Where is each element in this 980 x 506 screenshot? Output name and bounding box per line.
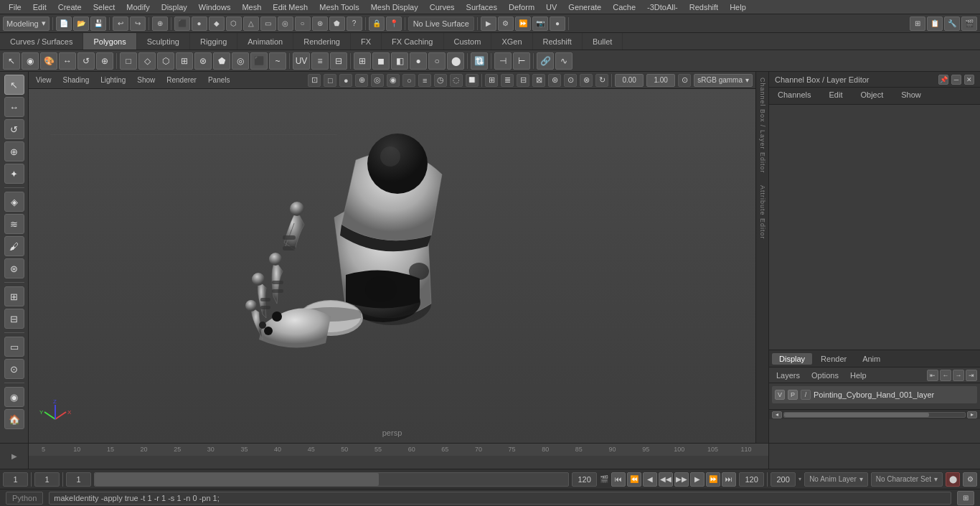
layer-visibility-btn[interactable]: V — [775, 390, 785, 400]
layer-render-tab[interactable]: Render — [814, 353, 854, 365]
layer-arrow-first[interactable]: ⇤ — [927, 370, 938, 381]
panel-close-btn[interactable]: ✕ — [964, 75, 974, 85]
shaded-wire-btn[interactable]: ◧ — [391, 52, 408, 70]
vp-icon-12[interactable]: ⊞ — [485, 74, 498, 87]
char-set-dropdown[interactable]: No Character Set ▾ — [871, 472, 943, 487]
tab-animation[interactable]: Animation — [237, 33, 293, 50]
tab-redshift[interactable]: Redshift — [533, 33, 583, 50]
layer-anim-tab[interactable]: Anim — [855, 353, 887, 365]
layers-help[interactable]: Help — [846, 370, 871, 381]
poly-bevel-btn[interactable]: ◇ — [138, 52, 156, 70]
transport-last[interactable]: ⏭ — [722, 472, 736, 487]
transport-play-back[interactable]: ◀◀ — [659, 472, 673, 487]
vp-icon-8[interactable]: ≡ — [418, 74, 431, 87]
component-btn[interactable]: ⬤ — [447, 52, 464, 70]
range-dropdown-btn[interactable]: ▾ — [798, 476, 801, 482]
menu-select[interactable]: Select — [88, 1, 121, 13]
current-frame-field[interactable]: 1 — [3, 472, 28, 487]
poly-connect-btn[interactable]: ⊞ — [176, 52, 193, 70]
show-hide-btn[interactable]: ⊞ — [4, 286, 24, 306]
menu-windows[interactable]: Windows — [193, 1, 237, 13]
menu-cache[interactable]: Cache — [607, 1, 641, 13]
range-end-field[interactable]: 120 — [572, 472, 597, 487]
tab-custom[interactable]: Custom — [444, 33, 492, 50]
strip-channel-box[interactable]: Channel Box / Layer Editor — [758, 72, 768, 179]
poly-insert-btn[interactable]: ⊛ — [194, 52, 212, 70]
mirror-btn[interactable]: ⊢ — [513, 52, 530, 70]
layer-arrow-next[interactable]: → — [953, 370, 964, 381]
transport-next[interactable]: ▶ — [690, 472, 705, 487]
vp-icon-13[interactable]: ≣ — [501, 74, 514, 87]
snap-settings-btn[interactable]: ◈ — [4, 192, 24, 212]
undo-btn[interactable]: ↩ — [113, 17, 128, 31]
lasso-btn[interactable]: ◉ — [22, 52, 39, 70]
workspace-dropdown[interactable]: Modeling ▾ — [3, 17, 50, 31]
vp-icon-3[interactable]: ● — [339, 74, 352, 87]
rotate-btn[interactable]: ↺ — [77, 52, 95, 70]
poly-bridge-btn[interactable]: ⬡ — [157, 52, 174, 70]
layers-options[interactable]: Options — [807, 370, 843, 381]
wireframe-btn[interactable]: ⊞ — [354, 52, 371, 70]
transport-play-fwd[interactable]: ▶▶ — [674, 472, 689, 487]
vp-icon-16[interactable]: ⊛ — [548, 74, 561, 87]
menu-modify[interactable]: Modify — [121, 1, 155, 13]
render-cam-btn[interactable]: 📷 — [532, 17, 548, 31]
save-file-btn[interactable]: 💾 — [90, 17, 106, 31]
tab-edit[interactable]: Edit — [820, 88, 852, 104]
vp-icon-18[interactable]: ⊗ — [580, 74, 593, 87]
move-btn[interactable]: ↔ — [59, 52, 76, 70]
timeline-ruler[interactable]: 5101520253035404550556065707580859095100… — [29, 444, 768, 469]
vp-icon-15[interactable]: ⊠ — [532, 74, 545, 87]
create-poly-btn[interactable]: ⬛ — [174, 17, 190, 31]
tab-show[interactable]: Show — [892, 88, 930, 104]
xray-btn[interactable]: ○ — [428, 52, 446, 70]
sets-btn[interactable]: ⊟ — [4, 309, 24, 329]
poly-extrude-btn[interactable]: □ — [120, 52, 137, 70]
menu-file[interactable]: File — [3, 1, 27, 13]
menu-redshift[interactable]: Redshift — [684, 1, 724, 13]
transport-next-key[interactable]: ⏩ — [706, 472, 720, 487]
menu-edit[interactable]: Edit — [27, 1, 52, 13]
timeline-range[interactable] — [94, 472, 569, 487]
tab-rigging[interactable]: Rigging — [190, 33, 237, 50]
render-seq-btn[interactable]: ⏩ — [515, 17, 531, 31]
tab-xgen[interactable]: XGen — [491, 33, 532, 50]
soft-select-btn[interactable]: ≋ — [4, 214, 24, 234]
nav-btn[interactable]: 🏠 — [4, 409, 24, 429]
anim-prefs-btn[interactable]: ⚙ — [963, 472, 977, 487]
vp-gamma-field2[interactable]: 1.00 — [646, 74, 675, 87]
vp-icon-10[interactable]: ◌ — [450, 74, 463, 87]
vp-icon-6[interactable]: ◉ — [387, 74, 400, 87]
vp-shading-menu[interactable]: Shading — [59, 75, 94, 85]
layers-menu[interactable]: Layers — [772, 370, 804, 381]
tab-object[interactable]: Object — [852, 88, 892, 104]
tab-fx[interactable]: FX — [351, 33, 382, 50]
vp-renderer-menu[interactable]: Renderer — [162, 75, 201, 85]
vp-view-menu[interactable]: View — [32, 75, 56, 85]
render-globals-btn[interactable]: 🎬 — [961, 17, 977, 31]
command-line[interactable]: makeIdentity -apply true -t 1 -r 1 -s 1 … — [49, 492, 951, 505]
snap-btn[interactable]: 🔗 — [537, 52, 554, 70]
create-cone-btn[interactable]: △ — [243, 17, 259, 31]
menu-create[interactable]: Create — [52, 1, 88, 13]
universal-manip-btn[interactable]: ✦ — [4, 164, 24, 184]
menu-edit-mesh[interactable]: Edit Mesh — [267, 1, 314, 13]
vp-icon-7[interactable]: ○ — [402, 74, 415, 87]
smooth-btn[interactable]: ● — [410, 52, 427, 70]
transport-first[interactable]: ⏮ — [611, 472, 626, 487]
transport-prev[interactable]: ◀ — [643, 472, 657, 487]
create-special-btn[interactable]: ? — [347, 17, 362, 31]
poly-crease-btn[interactable]: ~ — [269, 52, 286, 70]
layer-arrow-last[interactable]: ⇥ — [966, 370, 977, 381]
vp-icon-9[interactable]: ◷ — [434, 74, 447, 87]
create-geo-btn[interactable]: ⬟ — [329, 17, 345, 31]
soft-sel-btn[interactable]: ∿ — [555, 52, 573, 70]
scroll-left-btn[interactable]: ◂ — [772, 411, 782, 418]
tab-sculpting[interactable]: Sculpting — [137, 33, 190, 50]
channel-box-btn[interactable]: ⊞ — [910, 17, 925, 31]
tab-channels[interactable]: Channels — [769, 88, 820, 104]
tab-curves-surfaces[interactable]: Curves / Surfaces — [0, 33, 83, 50]
vp-gamma-dropdown[interactable]: sRGB gamma ▾ — [694, 74, 753, 87]
shaded-btn[interactable]: ◼ — [372, 52, 390, 70]
menu-curves[interactable]: Curves — [424, 1, 461, 13]
